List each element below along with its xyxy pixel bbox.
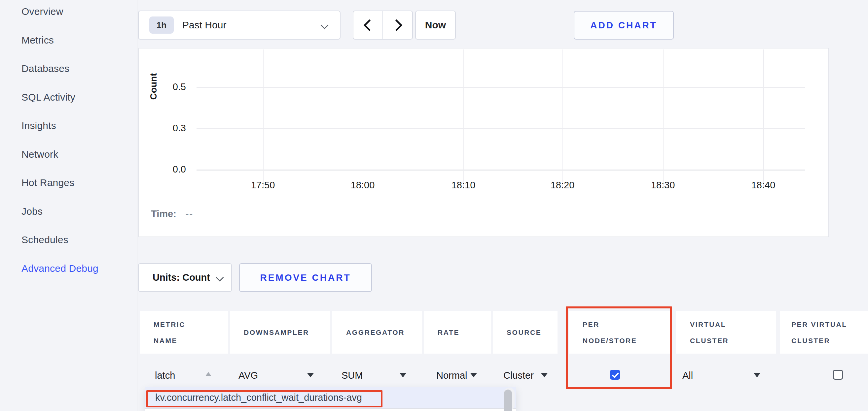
gridline-18-30 bbox=[663, 49, 663, 187]
x-tick-17-50: 17:50 bbox=[237, 180, 289, 191]
sidebar-item-jobs[interactable]: Jobs bbox=[0, 197, 137, 226]
x-tick-18-00: 18:00 bbox=[336, 180, 389, 191]
gridline-0_3 bbox=[196, 128, 805, 129]
gridline-0_5 bbox=[196, 87, 805, 88]
header-source: SOURCE bbox=[493, 311, 558, 353]
time-range-badge: 1h bbox=[149, 16, 174, 34]
downsampler-select[interactable]: AVG bbox=[239, 370, 258, 381]
time-range-label: Past Hour bbox=[182, 20, 226, 31]
chevron-down-icon bbox=[216, 273, 224, 281]
time-step-buttons bbox=[353, 10, 413, 40]
header-aggregator: AGGREGATOR bbox=[332, 311, 422, 353]
sidebar-item-insights[interactable]: Insights bbox=[0, 111, 137, 140]
sidebar: Overview Metrics Databases SQL Activity … bbox=[0, 0, 137, 411]
metric-suggestion-next-item[interactable] bbox=[145, 408, 516, 411]
time-label: Time: bbox=[151, 208, 176, 219]
caret-down-icon[interactable] bbox=[470, 373, 477, 377]
sidebar-item-hot-ranges[interactable]: Hot Ranges bbox=[0, 169, 137, 197]
custom-chart-card: Count 0.5 0.3 0.0 17:50 18:00 18:10 18:2… bbox=[138, 48, 829, 237]
per-node-store-checkbox[interactable] bbox=[610, 370, 620, 380]
chevron-left-icon bbox=[363, 19, 375, 31]
header-virtual-cluster: VIRTUAL CLUSTER bbox=[676, 311, 776, 353]
caret-down-icon[interactable] bbox=[400, 373, 406, 377]
aggregator-select[interactable]: SUM bbox=[342, 370, 363, 381]
caret-down-icon[interactable] bbox=[307, 373, 314, 377]
x-tick-18-40: 18:40 bbox=[737, 180, 790, 191]
virtual-cluster-select[interactable]: All bbox=[682, 370, 693, 381]
hover-time-readout: Time:-- bbox=[151, 208, 193, 219]
gridline-18-40 bbox=[763, 49, 764, 187]
units-select-label: Units: Count bbox=[153, 272, 210, 283]
header-metric-name: METRIC NAME bbox=[140, 311, 228, 353]
metric-autocomplete-dropdown: kv.concurrency.latch_conflict_wait_durat… bbox=[145, 387, 516, 411]
time-range-select[interactable]: 1h Past Hour bbox=[138, 10, 341, 40]
gridline-18-00 bbox=[363, 49, 363, 187]
metric-suggestion-label: kv.concurrency.latch_conflict_wait_durat… bbox=[155, 392, 362, 403]
sidebar-item-overview[interactable]: Overview bbox=[0, 0, 137, 26]
caret-up-icon bbox=[206, 372, 211, 376]
gridline-17-50 bbox=[263, 49, 264, 187]
rate-select[interactable]: Normal bbox=[436, 370, 467, 381]
units-select[interactable]: Units: Count bbox=[138, 263, 232, 292]
header-per-node-store: PER NODE/STORE bbox=[569, 311, 671, 353]
advanced-debug-custom-chart-page: Overview Metrics Databases SQL Activity … bbox=[0, 0, 868, 411]
prev-range-button[interactable] bbox=[353, 11, 382, 39]
header-per-virtual-cluster: PER VIRTUAL CLUSTER bbox=[780, 311, 868, 353]
x-tick-18-30: 18:30 bbox=[637, 180, 689, 191]
add-chart-button[interactable]: ADD CHART bbox=[574, 11, 674, 40]
source-select[interactable]: Cluster bbox=[503, 370, 534, 381]
y-tick-0_5: 0.5 bbox=[146, 81, 186, 92]
chevron-down-icon bbox=[320, 21, 328, 29]
sidebar-item-sql-activity[interactable]: SQL Activity bbox=[0, 83, 137, 112]
per-virtual-cluster-checkbox[interactable] bbox=[833, 370, 843, 380]
chevron-right-icon bbox=[391, 19, 402, 31]
scrollbar-thumb[interactable] bbox=[504, 389, 512, 411]
metric-suggestion-item[interactable]: kv.concurrency.latch_conflict_wait_durat… bbox=[145, 387, 516, 408]
sidebar-item-schedules[interactable]: Schedules bbox=[0, 226, 137, 254]
y-tick-0_3: 0.3 bbox=[146, 123, 186, 134]
sidebar-item-databases[interactable]: Databases bbox=[0, 55, 137, 83]
sidebar-item-network[interactable]: Network bbox=[0, 140, 137, 169]
gridline-0_0 bbox=[196, 170, 805, 171]
gridline-18-20 bbox=[562, 49, 563, 187]
header-rate: RATE bbox=[424, 311, 491, 353]
next-range-button[interactable] bbox=[382, 11, 412, 39]
caret-down-icon[interactable] bbox=[541, 373, 548, 377]
scrollbar-track[interactable] bbox=[504, 387, 515, 410]
x-tick-18-20: 18:20 bbox=[536, 180, 589, 191]
y-tick-0_0: 0.0 bbox=[146, 164, 186, 175]
x-tick-18-10: 18:10 bbox=[437, 180, 490, 191]
caret-down-icon[interactable] bbox=[754, 373, 760, 377]
time-value: -- bbox=[186, 208, 193, 219]
sidebar-item-metrics[interactable]: Metrics bbox=[0, 26, 137, 55]
sidebar-item-advanced-debug[interactable]: Advanced Debug bbox=[0, 254, 137, 283]
metric-name-input[interactable]: latch bbox=[155, 370, 175, 381]
gridline-18-10 bbox=[463, 49, 464, 187]
now-button[interactable]: Now bbox=[415, 10, 456, 40]
header-downsampler: DOWNSAMPLER bbox=[230, 311, 330, 353]
remove-chart-button[interactable]: REMOVE CHART bbox=[239, 263, 372, 292]
